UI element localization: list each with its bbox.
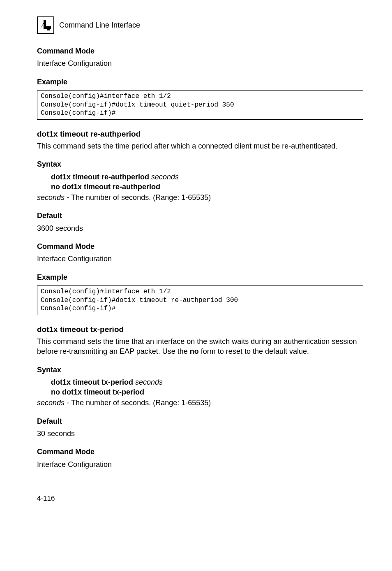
section-title-reauth: dot1x timeout re-authperiod <box>37 129 363 139</box>
command-mode-value: Interface Configuration <box>37 58 363 68</box>
command-mode-value-2: Interface Configuration <box>37 254 363 264</box>
syntax-bold: dot1x timeout re-authperiod <box>51 173 151 181</box>
default-value-3: 30 seconds <box>37 429 363 439</box>
syntax-italic: seconds <box>151 173 179 181</box>
syntax-block-2: dot1x timeout re-authperiod seconds no d… <box>51 172 363 192</box>
example-heading-2: Example <box>37 272 363 282</box>
code-example-1: Console(config)#interface eth 1/2 Consol… <box>37 90 363 120</box>
example-heading: Example <box>37 77 363 87</box>
syntax-block-3: dot1x timeout tx-period seconds no dot1x… <box>51 377 363 397</box>
header-title: Command Line Interface <box>59 20 140 30</box>
desc-bold: no <box>190 347 199 355</box>
command-mode-value-3: Interface Configuration <box>37 460 363 469</box>
section-desc-txperiod: This command sets the time that an inter… <box>37 337 363 357</box>
param-name: seconds - <box>37 399 71 407</box>
default-heading-3: Default <box>37 416 363 426</box>
param-name: seconds - <box>37 193 71 202</box>
svg-rect-1 <box>47 26 50 30</box>
param-desc: The number of seconds. (Range: 1-65535) <box>71 399 211 407</box>
command-mode-heading-2: Command Mode <box>37 241 363 251</box>
default-value-2: 3600 seconds <box>37 223 363 233</box>
code-example-2: Console(config)#interface eth 1/2 Consol… <box>37 286 363 315</box>
default-heading-2: Default <box>37 211 363 221</box>
syntax-heading-3: Syntax <box>37 365 363 375</box>
syntax-line: dot1x timeout re-authperiod seconds <box>51 172 363 182</box>
syntax-bold: no dot1x timeout re-authperiod <box>51 183 160 191</box>
param-desc: The number of seconds. (Range: 1-65535) <box>71 193 211 202</box>
page-header: Command Line Interface <box>37 16 363 34</box>
syntax-param-2: seconds - The number of seconds. (Range:… <box>37 193 363 202</box>
syntax-line: no dot1x timeout re-authperiod <box>51 182 363 192</box>
syntax-line: dot1x timeout tx-period seconds <box>51 377 363 387</box>
chapter-number-icon <box>37 16 54 34</box>
section-desc-reauth: This command sets the time period after … <box>37 141 363 151</box>
syntax-heading-2: Syntax <box>37 159 363 169</box>
syntax-param-3: seconds - The number of seconds. (Range:… <box>37 398 363 408</box>
desc-post: form to reset to the default value. <box>199 347 309 355</box>
command-mode-heading: Command Mode <box>37 46 363 56</box>
syntax-bold: no dot1x timeout tx-period <box>51 388 144 396</box>
syntax-line: no dot1x timeout tx-period <box>51 387 363 397</box>
section-title-txperiod: dot1x timeout tx-period <box>37 324 363 335</box>
svg-rect-2 <box>44 20 46 29</box>
syntax-italic: seconds <box>135 378 163 386</box>
command-mode-heading-3: Command Mode <box>37 447 363 457</box>
syntax-bold: dot1x timeout tx-period <box>51 378 135 386</box>
page-number: 4-116 <box>37 494 363 504</box>
